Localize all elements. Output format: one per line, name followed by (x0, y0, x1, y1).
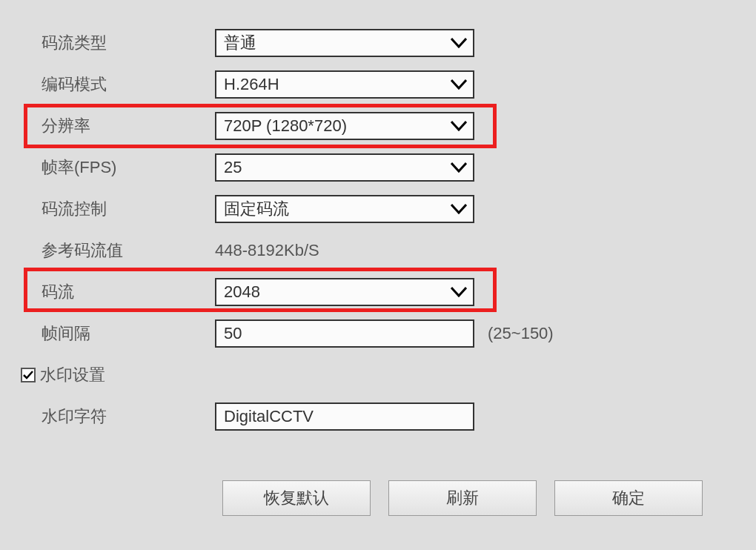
row-watermark-chars: 水印字符 DigitalCCTV (0, 396, 756, 437)
row-resolution: 分辨率 720P (1280*720) (0, 105, 756, 147)
chevron-down-icon (451, 33, 467, 53)
select-frame-rate[interactable]: 25 (215, 153, 474, 182)
input-value: 50 (224, 324, 242, 343)
row-encode-mode: 编码模式 H.264H (0, 64, 756, 105)
check-icon (22, 369, 34, 381)
row-frame-rate: 帧率(FPS) 25 (0, 147, 756, 188)
chevron-down-icon (451, 75, 467, 94)
row-bitrate-control: 码流控制 固定码流 (0, 188, 756, 230)
chevron-down-icon (451, 199, 467, 219)
select-resolution[interactable]: 720P (1280*720) (215, 112, 474, 140)
input-watermark-chars[interactable]: DigitalCCTV (215, 402, 474, 431)
button-row: 恢复默认 刷新 确定 (0, 480, 756, 516)
label-bitrate-control: 码流控制 (0, 198, 215, 220)
select-value: 固定码流 (224, 198, 289, 220)
label-bitrate: 码流 (0, 281, 215, 303)
label-resolution: 分辨率 (0, 115, 215, 137)
settings-form: 码流类型 普通 编码模式 H.264H 分辨率 720P (1280*720) … (0, 0, 756, 437)
label-watermark-chars: 水印字符 (0, 405, 215, 428)
value-ref-bitrate: 448-8192Kb/S (215, 241, 319, 260)
select-value: H.264H (224, 75, 279, 94)
row-ref-bitrate: 参考码流值 448-8192Kb/S (0, 230, 756, 271)
select-bitrate[interactable]: 2048 (215, 278, 474, 306)
label-stream-type: 码流类型 (0, 32, 215, 54)
row-watermark: 水印设置 (0, 354, 756, 396)
select-value: 720P (1280*720) (224, 116, 347, 136)
row-stream-type: 码流类型 普通 (0, 22, 756, 64)
chevron-down-icon (451, 158, 467, 177)
hint-iframe-interval: (25~150) (488, 324, 554, 343)
chevron-down-icon (451, 116, 467, 136)
input-value: DigitalCCTV (224, 407, 314, 426)
label-ref-bitrate: 参考码流值 (0, 239, 215, 262)
checkbox-watermark[interactable] (21, 368, 36, 382)
select-bitrate-control[interactable]: 固定码流 (215, 195, 474, 223)
select-value: 2048 (224, 282, 260, 302)
select-value: 25 (224, 158, 242, 177)
label-iframe-interval: 帧间隔 (0, 322, 215, 345)
label-frame-rate: 帧率(FPS) (0, 156, 215, 179)
confirm-button[interactable]: 确定 (554, 480, 703, 516)
label-encode-mode: 编码模式 (0, 73, 215, 96)
refresh-button[interactable]: 刷新 (388, 480, 537, 516)
select-stream-type[interactable]: 普通 (215, 29, 474, 57)
select-encode-mode[interactable]: H.264H (215, 70, 474, 99)
label-watermark: 水印设置 (40, 364, 105, 386)
select-value: 普通 (224, 32, 256, 54)
restore-default-button[interactable]: 恢复默认 (222, 480, 371, 516)
row-bitrate: 码流 2048 (0, 271, 756, 313)
input-iframe-interval[interactable]: 50 (215, 319, 474, 348)
chevron-down-icon (451, 282, 467, 302)
row-iframe-interval: 帧间隔 50 (25~150) (0, 313, 756, 354)
